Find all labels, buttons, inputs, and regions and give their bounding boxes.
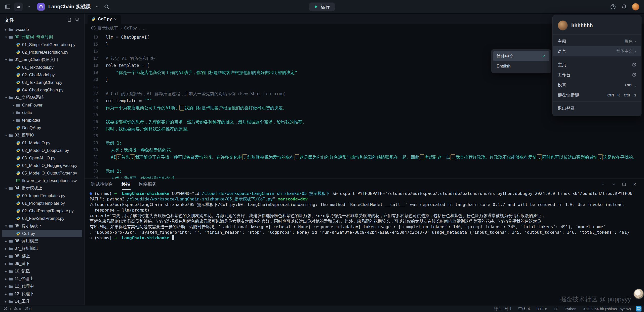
menu-item-label: 语言 <box>558 49 566 54</box>
user-menu-item[interactable]: 键盘快捷键CtrlKCtrlS <box>553 90 641 100</box>
tree-file[interactable]: flowers_with_descriptions.csv <box>2 177 82 184</box>
tree-file[interactable]: CoT.py <box>2 230 82 237</box>
tree-folder[interactable]: ▸12_代理中 <box>2 283 82 290</box>
top-bar: LangChain 实战课 运行 <box>0 0 644 14</box>
code-line: 33示例 2: <box>85 168 644 175</box>
close-panel-icon[interactable]: × <box>632 182 637 187</box>
tree-folder[interactable]: ▾04_提示模板上 <box>2 184 82 192</box>
language-option[interactable]: 简体中文✓ <box>493 51 549 61</box>
status-item[interactable]: 行 1，列 1 <box>494 306 512 311</box>
tree-folder[interactable]: ▾00_开篇词_奇点时刻 <box>2 33 82 41</box>
tab-close-icon[interactable]: × <box>114 17 117 21</box>
tree-file[interactable]: 01_TextModel.py <box>2 63 82 71</box>
new-terminal-icon[interactable]: + <box>600 182 606 187</box>
panel-tab[interactable]: 终端 <box>122 179 131 190</box>
workspace-name[interactable]: LangChain 实战课 <box>48 3 91 10</box>
panel-tab[interactable]: 网络服务 <box>139 179 157 190</box>
logo-chevron-down-icon[interactable] <box>26 4 32 10</box>
tree-file[interactable]: 02_PictureDescription.py <box>2 48 82 56</box>
tree-folder[interactable]: ▸14_工具 <box>2 298 82 305</box>
tree-file[interactable]: 01_PromptTemplate.py <box>2 199 82 207</box>
tree-folder[interactable]: ▸06_调用模型 <box>2 237 82 245</box>
folder-icon <box>9 284 15 289</box>
tree-folder[interactable]: ▾03_模型IO <box>2 131 82 139</box>
code-line-text <box>106 111 108 118</box>
tree-folder[interactable]: ▸templates <box>2 116 82 124</box>
python-file-icon <box>16 171 22 175</box>
new-file-icon[interactable] <box>67 17 72 23</box>
language-option[interactable]: English <box>493 61 549 71</box>
breadcrumb-item[interactable]: 05_提示模板下 <box>91 26 118 31</box>
status-item[interactable]: Python <box>565 307 576 311</box>
chevron-icon: ▾ <box>4 186 9 190</box>
panel-actions: + × <box>600 182 637 187</box>
tree-file[interactable]: 03_OpenAI_IO.py <box>2 154 82 162</box>
tree-folder[interactable]: ▸10_记忆 <box>2 267 82 275</box>
search-icon[interactable] <box>103 4 110 10</box>
status-item[interactable]: UTF-8 <box>536 307 547 311</box>
info-indicator[interactable]: 0 <box>24 306 31 311</box>
help-icon[interactable] <box>610 4 616 10</box>
tab-cot-py[interactable]: CoT.py × <box>88 15 121 24</box>
collapse-folders-icon[interactable] <box>75 17 80 23</box>
line-number: 26 <box>85 118 106 125</box>
terminal-line: PATH"; python3 /cloudide/workspace/LangC… <box>90 196 641 202</box>
user-menu-item[interactable]: 设置Ctrl, <box>553 80 641 90</box>
user-avatar-button[interactable] <box>632 3 639 11</box>
tree-file[interactable]: 04_ModelIO_HuggingFace.py <box>2 162 82 169</box>
tree-file[interactable]: 04_ChatLongChain.py <box>2 86 82 94</box>
user-menu-item[interactable]: 工作台 <box>553 70 641 80</box>
tree-folder[interactable]: ▸07_解析输出 <box>2 245 82 252</box>
code-line: 30 人类：我想找一种象征爱情的花。 <box>85 147 644 154</box>
tree-file[interactable]: 02_ChatModel.py <box>2 71 82 79</box>
tree-folder[interactable]: ▸11_代理上 <box>2 275 82 283</box>
split-panel-icon[interactable] <box>621 182 627 187</box>
terminal-dropdown-icon[interactable] <box>611 182 616 187</box>
tree-folder[interactable]: ▸13_代理下 <box>2 290 82 298</box>
tree-file[interactable]: DocQA.py <box>2 124 82 131</box>
python-file-icon <box>16 141 22 145</box>
tree-folder[interactable]: ▸09_链下 <box>2 260 82 267</box>
user-menu-item[interactable]: 退出登录 <box>553 103 641 113</box>
tree-file[interactable]: 05_ModelIO_OutputParser.py <box>2 169 82 177</box>
status-item[interactable]: LF <box>554 307 558 311</box>
terminal-output[interactable]: (shims) → LangChain-shizhanke COMMAND="c… <box>85 190 644 305</box>
tree-file[interactable]: 01_SimpleTextGeneration.py <box>2 41 82 48</box>
shortcut-key: , <box>635 83 636 87</box>
breadcrumb-item[interactable]: ... <box>143 26 146 30</box>
code-line-text: role_template = ( <box>106 62 149 69</box>
tree-file[interactable]: 03_TextLangChain.py <box>2 79 82 86</box>
terminal-line: response = llm(prompt) <box>90 207 641 213</box>
user-menu-item[interactable]: 主题暗色› <box>553 36 641 46</box>
run-label: 运行 <box>321 4 330 10</box>
tree-file[interactable]: 02_ModelIO_LoopCall.py <box>2 147 82 154</box>
remote-window-icon[interactable] <box>636 306 641 311</box>
tree-folder[interactable]: ▾02_文档QA系统 <box>2 94 82 101</box>
layout-panel-icon[interactable] <box>5 4 11 10</box>
status-item[interactable]: 3.12.2 64-bit ('shims': pyenv) <box>583 307 631 311</box>
app-logo[interactable] <box>14 3 23 11</box>
tree-folder[interactable]: ▸.vscode <box>2 26 82 33</box>
warning-indicator[interactable]: 0 <box>14 306 21 311</box>
command-marker <box>90 237 92 239</box>
run-button[interactable]: 运行 <box>309 3 335 11</box>
user-menu-item[interactable]: 主页 <box>553 60 641 70</box>
error-indicator[interactable]: 0 <box>4 306 11 311</box>
breadcrumb-item[interactable]: CoT.py <box>124 26 137 30</box>
tree-folder[interactable]: ▸static <box>2 109 82 116</box>
tree-folder[interactable]: ▸OneFlower <box>2 101 82 109</box>
tree-file[interactable]: 01_ModelIO.py <box>2 139 82 147</box>
tree-file[interactable]: 02_ChatPromptTemplate.py <box>2 207 82 215</box>
tree-folder[interactable]: ▾05_提示模板下 <box>2 222 82 230</box>
assistant-avatar-button[interactable] <box>633 289 644 299</box>
tree-file[interactable]: 03_FewShotPrompt.py <box>2 215 82 222</box>
status-item[interactable]: 空格: 4 <box>518 306 530 311</box>
tree-file[interactable]: 00_ImportTemplates.py <box>2 192 82 199</box>
workspace-chevron-down-icon[interactable] <box>94 4 100 10</box>
panel-tab[interactable]: 调试控制台 <box>91 179 113 190</box>
user-menu-item[interactable]: 语言简体中文› <box>553 46 641 56</box>
tree-folder[interactable]: ▸08_链上 <box>2 252 82 260</box>
tree-folder[interactable]: ▾01_LangChain快速入门 <box>2 56 82 63</box>
notifications-bell-icon[interactable] <box>621 4 627 10</box>
python-file-icon <box>16 80 22 85</box>
